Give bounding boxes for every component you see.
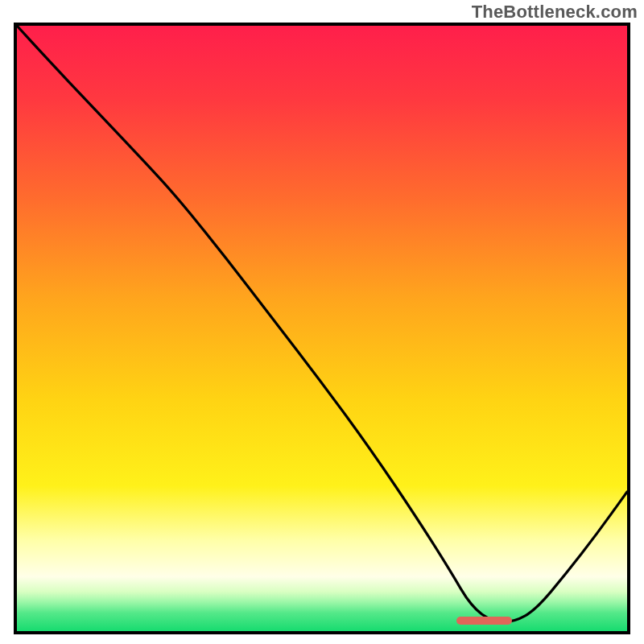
- chart-stage: TheBottleneck.com: [0, 0, 644, 644]
- watermark-text: TheBottleneck.com: [472, 2, 638, 23]
- bottleneck-curve-line: [17, 26, 627, 622]
- plot-area: [14, 23, 630, 634]
- bottleneck-curve-svg: [17, 26, 627, 631]
- optimal-range-marker: [456, 617, 513, 625]
